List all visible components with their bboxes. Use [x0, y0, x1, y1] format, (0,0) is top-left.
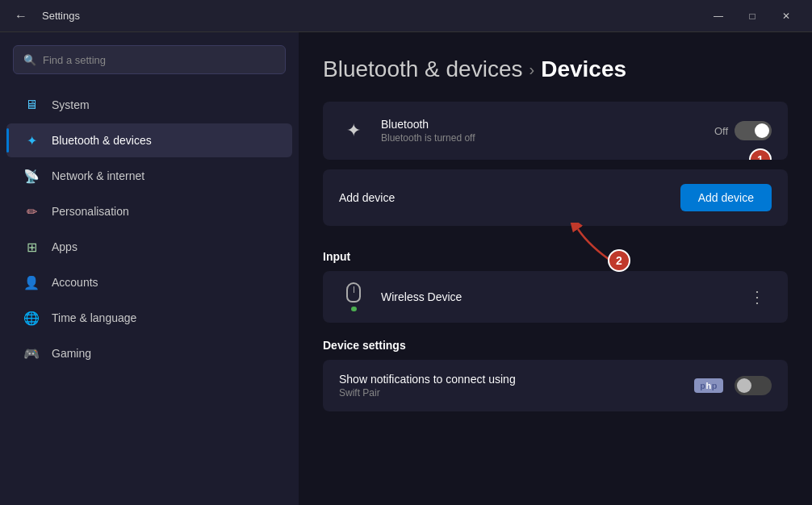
sidebar-item-time[interactable]: 🌐 Time & language: [6, 301, 292, 335]
step-2-container: 2: [566, 223, 638, 270]
swift-pair-info: Show notifications to connect using Swif…: [339, 373, 694, 399]
page-header: Bluetooth & devices › Devices: [323, 56, 788, 82]
swift-pair-toggle[interactable]: [735, 376, 772, 395]
app-title: Settings: [42, 10, 693, 22]
swift-pair-row: Show notifications to connect using Swif…: [323, 360, 788, 411]
input-section-title: Input: [323, 244, 788, 271]
wireless-device-row: Wireless Device ⋮: [323, 271, 788, 323]
sidebar-item-label: Apps: [52, 240, 77, 253]
swift-pair-title: Show notifications to connect using: [339, 373, 694, 386]
bluetooth-info: Bluetooth Bluetooth is turned off: [381, 118, 701, 144]
add-device-label: Add device: [339, 191, 680, 204]
breadcrumb-chevron: ›: [529, 61, 535, 79]
page-title: Devices: [541, 56, 626, 82]
network-icon: 📡: [23, 167, 40, 185]
sidebar-item-accounts[interactable]: 👤 Accounts: [6, 265, 292, 299]
php-badge: php: [694, 378, 723, 393]
sidebar-item-system[interactable]: 🖥 System: [6, 88, 292, 122]
search-box: 🔍: [13, 45, 286, 74]
sidebar-item-label: System: [52, 98, 90, 111]
window-controls: — □ ✕: [702, 4, 802, 28]
search-container: 🔍: [0, 45, 299, 87]
gaming-icon: 🎮: [23, 344, 40, 362]
sidebar-item-apps[interactable]: ⊞ Apps: [6, 230, 292, 264]
content-area: Bluetooth & devices › Devices ✦ Bluetoot…: [299, 32, 812, 505]
bluetooth-subtitle: Bluetooth is turned off: [381, 132, 701, 144]
bluetooth-icon-wrap: ✦: [339, 116, 368, 145]
bluetooth-card: ✦ Bluetooth Bluetooth is turned off Off …: [323, 102, 788, 160]
search-input[interactable]: [43, 54, 275, 66]
input-card: Wireless Device ⋮: [323, 271, 788, 323]
mouse-scroll-line: [354, 286, 354, 293]
title-bar: ← Settings — □ ✕: [0, 0, 812, 32]
device-settings-card: Show notifications to connect using Swif…: [323, 360, 788, 411]
swift-pair-toggle-wrap: php: [694, 376, 772, 395]
sidebar-item-label: Accounts: [52, 276, 98, 289]
minimize-button[interactable]: —: [702, 4, 735, 28]
sidebar-item-label: Personalisation: [52, 205, 129, 218]
sidebar-item-label: Time & language: [52, 311, 136, 324]
step-1-container: 1: [749, 148, 772, 160]
sidebar-item-label: Bluetooth & devices: [52, 134, 152, 147]
device-settings-section: Device settings Show notifications to co…: [323, 332, 788, 411]
search-icon: 🔍: [23, 54, 36, 66]
bluetooth-icon: ✦: [23, 131, 40, 149]
maximize-button[interactable]: □: [736, 4, 768, 28]
bluetooth-toggle-wrap: Off: [714, 121, 772, 140]
bluetooth-logo-icon: ✦: [346, 120, 361, 141]
mouse-icon-wrap: [339, 282, 368, 311]
device-settings-title: Device settings: [323, 332, 788, 360]
main-layout: 🔍 🖥 System ✦ Bluetooth & devices 📡 Netwo…: [0, 32, 812, 505]
sidebar-item-label: Gaming: [52, 347, 91, 360]
toggle2-knob: [737, 378, 751, 393]
bluetooth-toggle-label: Off: [714, 125, 728, 137]
bluetooth-title: Bluetooth: [381, 118, 701, 131]
time-icon: 🌐: [23, 309, 40, 327]
bluetooth-row: ✦ Bluetooth Bluetooth is turned off Off: [323, 102, 788, 160]
add-device-button[interactable]: Add device: [680, 184, 772, 211]
system-icon: 🖥: [23, 96, 40, 114]
step-1-badge: 1: [749, 148, 772, 160]
sidebar-item-network[interactable]: 📡 Network & internet: [6, 159, 292, 193]
device-name: Wireless Device: [381, 290, 730, 303]
breadcrumb-parent: Bluetooth & devices: [323, 56, 523, 82]
step-2-badge: 2: [608, 249, 630, 272]
sidebar-item-label: Network & internet: [52, 169, 144, 182]
swift-pair-subtitle: Swift Pair: [339, 387, 694, 399]
back-button[interactable]: ←: [10, 6, 32, 27]
mouse-icon: [346, 282, 361, 303]
personalisation-icon: ✏: [23, 202, 40, 220]
apps-icon: ⊞: [23, 238, 40, 256]
sidebar: 🔍 🖥 System ✦ Bluetooth & devices 📡 Netwo…: [0, 32, 299, 505]
connected-dot: [351, 307, 357, 311]
sidebar-item-personalisation[interactable]: ✏ Personalisation: [6, 194, 292, 228]
sidebar-item-gaming[interactable]: 🎮 Gaming: [6, 336, 292, 370]
add-device-row: Add device Add device: [323, 169, 788, 226]
add-device-wrapper: Add device Add device 2: [323, 169, 788, 226]
sidebar-item-bluetooth[interactable]: ✦ Bluetooth & devices: [6, 123, 292, 157]
add-device-card: Add device Add device: [323, 169, 788, 226]
more-options-button[interactable]: ⋮: [743, 284, 772, 310]
bluetooth-toggle[interactable]: [735, 121, 772, 140]
toggle-knob: [755, 123, 769, 138]
close-button[interactable]: ✕: [770, 4, 802, 28]
accounts-icon: 👤: [23, 273, 40, 291]
